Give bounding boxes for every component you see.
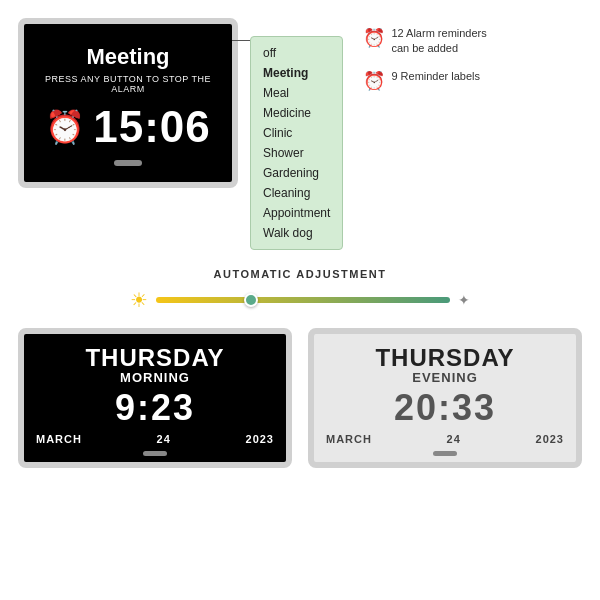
dropdown-item-meeting[interactable]: Meeting bbox=[263, 63, 330, 83]
bottom-clock-evening: THURSDAY EVENING 20:33 MARCH 24 2023 bbox=[308, 328, 582, 468]
features-list: ⏰ 12 Alarm reminderscan be added ⏰ 9 Rem… bbox=[363, 26, 486, 92]
reminder-labels-icon: ⏰ bbox=[363, 70, 385, 92]
evening-date-row: MARCH 24 2023 bbox=[322, 433, 568, 445]
brightness-bar-row: ☀ ✦ bbox=[130, 288, 470, 312]
evening-year: 2023 bbox=[536, 433, 564, 445]
bottom-clock-morning: THURSDAY MORNING 9:23 MARCH 24 2023 bbox=[18, 328, 292, 468]
clock-time: 15:06 bbox=[93, 102, 211, 152]
dropdown-arrow bbox=[232, 40, 250, 41]
evening-indicator bbox=[433, 451, 457, 456]
sun-dim-icon: ✦ bbox=[458, 292, 470, 308]
clock-indicator bbox=[114, 160, 142, 166]
dropdown-item-walkdog[interactable]: Walk dog bbox=[263, 223, 330, 243]
dropdown-item-cleaning[interactable]: Cleaning bbox=[263, 183, 330, 203]
auto-title: AUTOMATIC ADJUSTMENT bbox=[214, 268, 387, 280]
dropdown-item-clinic[interactable]: Clinic bbox=[263, 123, 330, 143]
dropdown-item-medicine[interactable]: Medicine bbox=[263, 103, 330, 123]
morning-indicator bbox=[143, 451, 167, 456]
evening-month: MARCH bbox=[326, 433, 372, 445]
bottom-section: THURSDAY MORNING 9:23 MARCH 24 2023 THUR… bbox=[0, 320, 600, 478]
dropdown-menu[interactable]: off Meeting Meal Medicine Clinic Shower … bbox=[250, 36, 343, 250]
evening-period-label: EVENING bbox=[412, 370, 478, 385]
morning-time-label: 9:23 bbox=[115, 387, 195, 429]
evening-date: 24 bbox=[447, 433, 461, 445]
clock-meeting-label: Meeting bbox=[86, 44, 169, 70]
morning-date-row: MARCH 24 2023 bbox=[32, 433, 278, 445]
morning-day-label: THURSDAY bbox=[85, 344, 224, 372]
auto-section: AUTOMATIC ADJUSTMENT ☀ ✦ bbox=[0, 260, 600, 320]
dropdown-item-meal[interactable]: Meal bbox=[263, 83, 330, 103]
feature-labels-text: 9 Reminder labels bbox=[391, 69, 480, 84]
dropdown-item-gardening[interactable]: Gardening bbox=[263, 163, 330, 183]
morning-date: 24 bbox=[157, 433, 171, 445]
brightness-track[interactable] bbox=[156, 297, 450, 303]
feature-item-alarms: ⏰ 12 Alarm reminderscan be added bbox=[363, 26, 486, 57]
morning-period-label: MORNING bbox=[120, 370, 190, 385]
sun-bright-icon: ☀ bbox=[130, 288, 148, 312]
dropdown-item-off[interactable]: off bbox=[263, 43, 330, 63]
clock-display: Meeting PRESS ANY BUTTON TO STOP THE ALA… bbox=[18, 18, 238, 188]
morning-month: MARCH bbox=[36, 433, 82, 445]
top-section: Meeting PRESS ANY BUTTON TO STOP THE ALA… bbox=[0, 0, 600, 260]
alarm-reminders-icon: ⏰ bbox=[363, 27, 385, 49]
brightness-thumb[interactable] bbox=[244, 293, 258, 307]
evening-time-label: 20:33 bbox=[394, 387, 496, 429]
feature-alarms-text: 12 Alarm reminderscan be added bbox=[391, 26, 486, 57]
morning-year: 2023 bbox=[246, 433, 274, 445]
evening-day-label: THURSDAY bbox=[375, 344, 514, 372]
clock-time-row: ⏰ 15:06 bbox=[45, 102, 211, 152]
clock-alarm-text: PRESS ANY BUTTON TO STOP THE ALARM bbox=[34, 74, 222, 94]
alarm-clock-icon: ⏰ bbox=[45, 108, 85, 146]
feature-item-labels: ⏰ 9 Reminder labels bbox=[363, 69, 486, 92]
dropdown-item-shower[interactable]: Shower bbox=[263, 143, 330, 163]
dropdown-item-appointment[interactable]: Appointment bbox=[263, 203, 330, 223]
